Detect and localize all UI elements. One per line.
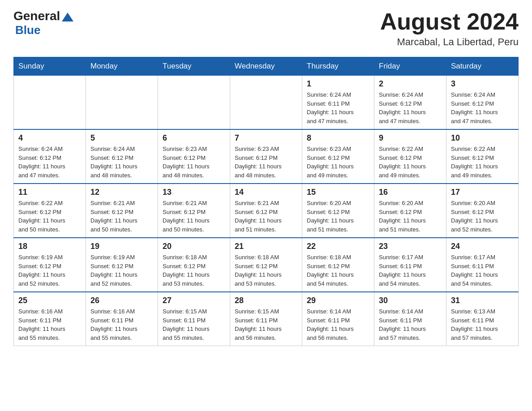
day-number: 23 [379, 242, 442, 251]
logo-general-text: General [13, 9, 60, 23]
day-info: Sunrise: 6:13 AM Sunset: 6:11 PM Dayligh… [451, 307, 514, 342]
calendar-cell: 17Sunrise: 6:20 AM Sunset: 6:12 PM Dayli… [446, 184, 519, 238]
calendar-cell: 31Sunrise: 6:13 AM Sunset: 6:11 PM Dayli… [446, 292, 519, 346]
day-number: 4 [18, 133, 81, 143]
day-number: 12 [90, 188, 153, 197]
calendar-cell: 16Sunrise: 6:20 AM Sunset: 6:12 PM Dayli… [374, 184, 446, 238]
day-info: Sunrise: 6:22 AM Sunset: 6:12 PM Dayligh… [379, 145, 442, 180]
day-info: Sunrise: 6:24 AM Sunset: 6:12 PM Dayligh… [90, 145, 153, 180]
calendar-title-area: August 2024 Marcabal, La Libertad, Peru [380, 9, 519, 48]
day-number: 3 [451, 79, 514, 89]
calendar-cell: 18Sunrise: 6:19 AM Sunset: 6:12 PM Dayli… [14, 238, 86, 292]
day-number: 6 [163, 133, 225, 143]
day-number: 15 [307, 188, 369, 197]
calendar-cell: 12Sunrise: 6:21 AM Sunset: 6:12 PM Dayli… [86, 184, 158, 238]
calendar-cell [86, 76, 158, 130]
calendar-cell: 9Sunrise: 6:22 AM Sunset: 6:12 PM Daylig… [374, 129, 446, 184]
calendar-cell: 20Sunrise: 6:18 AM Sunset: 6:12 PM Dayli… [158, 238, 230, 292]
day-info: Sunrise: 6:16 AM Sunset: 6:11 PM Dayligh… [90, 307, 153, 342]
day-info: Sunrise: 6:16 AM Sunset: 6:11 PM Dayligh… [18, 307, 81, 342]
calendar-cell: 30Sunrise: 6:14 AM Sunset: 6:11 PM Dayli… [374, 292, 446, 346]
logo: General Blue [13, 9, 73, 37]
calendar-cell: 24Sunrise: 6:17 AM Sunset: 6:11 PM Dayli… [446, 238, 519, 292]
day-number: 16 [379, 188, 442, 197]
day-info: Sunrise: 6:14 AM Sunset: 6:11 PM Dayligh… [379, 307, 442, 342]
day-number: 31 [451, 296, 514, 305]
day-number: 7 [235, 133, 297, 143]
calendar-cell: 8Sunrise: 6:23 AM Sunset: 6:12 PM Daylig… [302, 129, 374, 184]
day-number: 30 [379, 296, 442, 305]
day-info: Sunrise: 6:18 AM Sunset: 6:12 PM Dayligh… [163, 253, 225, 288]
day-info: Sunrise: 6:21 AM Sunset: 6:12 PM Dayligh… [90, 199, 153, 234]
day-info: Sunrise: 6:14 AM Sunset: 6:11 PM Dayligh… [307, 307, 369, 342]
day-info: Sunrise: 6:20 AM Sunset: 6:12 PM Dayligh… [307, 199, 369, 234]
calendar-cell: 11Sunrise: 6:22 AM Sunset: 6:12 PM Dayli… [14, 184, 86, 238]
day-info: Sunrise: 6:24 AM Sunset: 6:12 PM Dayligh… [379, 90, 442, 125]
day-number: 9 [379, 133, 442, 143]
day-number: 27 [163, 296, 225, 305]
logo-blue-text: Blue [15, 23, 40, 37]
day-info: Sunrise: 6:22 AM Sunset: 6:12 PM Dayligh… [18, 199, 81, 234]
calendar-cell [14, 76, 86, 130]
week-row-2: 4Sunrise: 6:24 AM Sunset: 6:12 PM Daylig… [14, 129, 519, 184]
day-number: 13 [163, 188, 225, 197]
day-number: 26 [90, 296, 153, 305]
day-info: Sunrise: 6:21 AM Sunset: 6:12 PM Dayligh… [235, 199, 297, 234]
page-header: General Blue August 2024 Marcabal, La Li… [13, 9, 519, 48]
day-info: Sunrise: 6:23 AM Sunset: 6:12 PM Dayligh… [163, 145, 225, 180]
calendar-cell: 27Sunrise: 6:15 AM Sunset: 6:11 PM Dayli… [158, 292, 230, 346]
day-info: Sunrise: 6:18 AM Sunset: 6:12 PM Dayligh… [235, 253, 297, 288]
col-wednesday: Wednesday [230, 57, 302, 76]
calendar-table: Sunday Monday Tuesday Wednesday Thursday… [13, 57, 519, 346]
calendar-cell: 2Sunrise: 6:24 AM Sunset: 6:12 PM Daylig… [374, 76, 446, 130]
day-number: 17 [451, 188, 514, 197]
calendar-cell: 5Sunrise: 6:24 AM Sunset: 6:12 PM Daylig… [86, 129, 158, 184]
day-info: Sunrise: 6:15 AM Sunset: 6:11 PM Dayligh… [235, 307, 297, 342]
week-row-4: 18Sunrise: 6:19 AM Sunset: 6:12 PM Dayli… [14, 238, 519, 292]
calendar-cell: 29Sunrise: 6:14 AM Sunset: 6:11 PM Dayli… [302, 292, 374, 346]
calendar-cell: 6Sunrise: 6:23 AM Sunset: 6:12 PM Daylig… [158, 129, 230, 184]
calendar-cell: 25Sunrise: 6:16 AM Sunset: 6:11 PM Dayli… [14, 292, 86, 346]
calendar-cell: 21Sunrise: 6:18 AM Sunset: 6:12 PM Dayli… [230, 238, 302, 292]
day-info: Sunrise: 6:20 AM Sunset: 6:12 PM Dayligh… [379, 199, 442, 234]
day-number: 1 [307, 79, 369, 89]
day-info: Sunrise: 6:20 AM Sunset: 6:12 PM Dayligh… [451, 199, 514, 234]
day-info: Sunrise: 6:23 AM Sunset: 6:12 PM Dayligh… [235, 145, 297, 180]
calendar-cell [158, 76, 230, 130]
day-info: Sunrise: 6:23 AM Sunset: 6:12 PM Dayligh… [307, 145, 369, 180]
day-info: Sunrise: 6:24 AM Sunset: 6:12 PM Dayligh… [451, 90, 514, 125]
day-info: Sunrise: 6:17 AM Sunset: 6:11 PM Dayligh… [451, 253, 514, 288]
calendar-cell: 22Sunrise: 6:18 AM Sunset: 6:12 PM Dayli… [302, 238, 374, 292]
week-row-1: 1Sunrise: 6:24 AM Sunset: 6:11 PM Daylig… [14, 76, 519, 130]
day-number: 25 [18, 296, 81, 305]
day-info: Sunrise: 6:18 AM Sunset: 6:12 PM Dayligh… [307, 253, 369, 288]
day-number: 24 [451, 242, 514, 251]
day-number: 11 [18, 188, 81, 197]
day-number: 2 [379, 79, 442, 89]
day-number: 22 [307, 242, 369, 251]
calendar-cell: 14Sunrise: 6:21 AM Sunset: 6:12 PM Dayli… [230, 184, 302, 238]
day-number: 14 [235, 188, 297, 197]
calendar-subtitle: Marcabal, La Libertad, Peru [380, 36, 519, 48]
day-number: 29 [307, 296, 369, 305]
day-number: 8 [307, 133, 369, 143]
calendar-cell: 23Sunrise: 6:17 AM Sunset: 6:11 PM Dayli… [374, 238, 446, 292]
calendar-cell: 19Sunrise: 6:19 AM Sunset: 6:12 PM Dayli… [86, 238, 158, 292]
calendar-cell: 28Sunrise: 6:15 AM Sunset: 6:11 PM Dayli… [230, 292, 302, 346]
day-info: Sunrise: 6:19 AM Sunset: 6:12 PM Dayligh… [18, 253, 81, 288]
day-info: Sunrise: 6:15 AM Sunset: 6:11 PM Dayligh… [163, 307, 225, 342]
calendar-title: August 2024 [380, 9, 519, 34]
day-number: 20 [163, 242, 225, 251]
day-info: Sunrise: 6:22 AM Sunset: 6:12 PM Dayligh… [451, 145, 514, 180]
day-number: 18 [18, 242, 81, 251]
calendar-cell: 1Sunrise: 6:24 AM Sunset: 6:11 PM Daylig… [302, 76, 374, 130]
col-friday: Friday [374, 57, 446, 76]
day-number: 28 [235, 296, 297, 305]
day-number: 10 [451, 133, 514, 143]
col-monday: Monday [86, 57, 158, 76]
calendar-cell: 10Sunrise: 6:22 AM Sunset: 6:12 PM Dayli… [446, 129, 519, 184]
calendar-cell: 26Sunrise: 6:16 AM Sunset: 6:11 PM Dayli… [86, 292, 158, 346]
calendar-cell: 15Sunrise: 6:20 AM Sunset: 6:12 PM Dayli… [302, 184, 374, 238]
day-info: Sunrise: 6:24 AM Sunset: 6:11 PM Dayligh… [307, 90, 369, 125]
calendar-cell: 3Sunrise: 6:24 AM Sunset: 6:12 PM Daylig… [446, 76, 519, 130]
